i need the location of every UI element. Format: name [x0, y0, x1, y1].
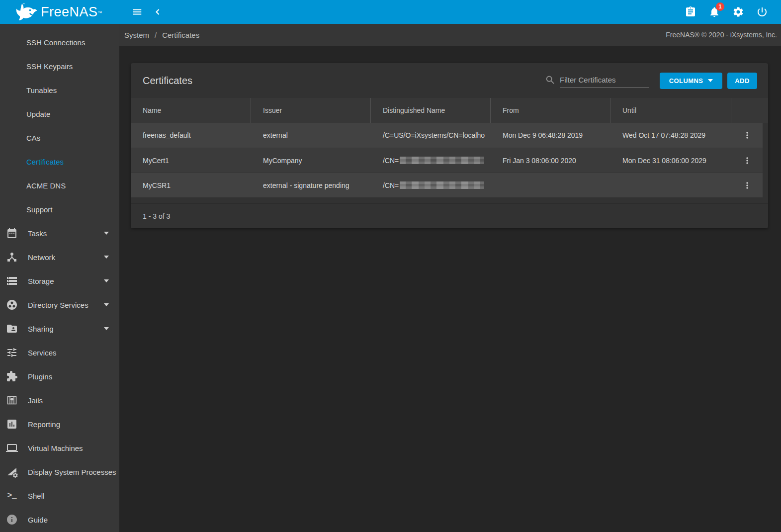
sidebar-item-label: Display System Processes — [28, 468, 119, 476]
column-header-until[interactable]: Until — [610, 98, 731, 123]
sidebar-item-label: SSH Keypairs — [26, 62, 73, 71]
storage-icon — [6, 275, 18, 287]
notification-count-badge: 1 — [716, 2, 724, 11]
sidebar-item-label: Directory Services — [28, 301, 104, 309]
column-header-distinguished-name[interactable]: Distinguished Name — [371, 98, 491, 123]
chevron-left-icon[interactable] — [152, 6, 164, 18]
sidebar-item-label: Support — [26, 205, 53, 214]
sidebar-item-label: Plugins — [28, 372, 119, 381]
sidebar-item-label: Shell — [28, 492, 119, 500]
sidebar-item-jails[interactable]: Jails — [0, 388, 119, 412]
sidebar-item-storage[interactable]: Storage — [0, 269, 119, 293]
sidebar-item-ssh-connections[interactable]: SSH Connections — [0, 30, 119, 54]
top-bar: FreeNAS ™ 1 — [0, 0, 781, 24]
cell-name: freenas_default — [131, 123, 251, 148]
dn-prefix: /CN= — [383, 157, 399, 165]
sidebar-item-tasks[interactable]: Tasks — [0, 221, 119, 245]
sidebar-item-certificates[interactable]: Certificates — [0, 150, 119, 174]
cell-actions — [731, 123, 763, 148]
sidebar-item-cas[interactable]: CAs — [0, 126, 119, 150]
chevron-down-icon — [104, 327, 109, 330]
sidebar-item-label: Virtual Machines — [28, 444, 119, 452]
sidebar-item-update[interactable]: Update — [0, 102, 119, 126]
table-body: freenas_default external /C=US/O=iXsyste… — [131, 123, 763, 197]
sidebar-item-services[interactable]: Services — [0, 341, 119, 364]
column-header-name[interactable]: Name — [131, 98, 251, 123]
chevron-down-icon — [104, 279, 109, 282]
cell-actions — [731, 173, 763, 197]
sidebar-item-label: Certificates — [26, 158, 64, 166]
table-row: MyCert1 MyCompany /CN= Fri Jan 3 08:06:0… — [131, 148, 763, 173]
sidebar-item-ssh-keypairs[interactable]: SSH Keypairs — [0, 54, 119, 78]
cell-from — [491, 173, 610, 197]
table-header-row: Name Issuer Distinguished Name From Unti… — [131, 98, 768, 123]
copyright-text: FreeNAS® © 2020 - iXsystems, Inc. — [666, 31, 777, 39]
sidebar-item-label: ACME DNS — [26, 181, 66, 190]
calendar-icon — [6, 227, 18, 239]
notifications-bell-icon[interactable]: 1 — [708, 6, 720, 18]
column-header-issuer[interactable]: Issuer — [251, 98, 371, 123]
add-button-label: ADD — [735, 77, 749, 85]
sidebar-item-plugins[interactable]: Plugins — [0, 364, 119, 388]
cell-issuer: MyCompany — [251, 148, 371, 173]
settings-gear-icon[interactable] — [732, 6, 744, 18]
dn-prefix: /CN= — [383, 181, 399, 189]
sidebar-item-directory-services[interactable]: Directory Services — [0, 293, 119, 317]
topbar-actions: 1 — [685, 6, 781, 18]
columns-button[interactable]: COLUMNS — [660, 73, 722, 89]
cell-issuer: external - signature pending — [251, 173, 371, 197]
chevron-down-icon — [708, 79, 713, 82]
cell-until: Wed Oct 17 07:48:28 2029 — [610, 123, 731, 148]
sidebar-item-virtual-machines[interactable]: Virtual Machines — [0, 436, 119, 460]
sidebar-item-acme-dns[interactable]: ACME DNS — [0, 174, 119, 197]
sidebar-item-reporting[interactable]: Reporting — [0, 412, 119, 436]
table-row: freenas_default external /C=US/O=iXsyste… — [131, 123, 763, 148]
cell-name: MyCSR1 — [131, 173, 251, 197]
column-header-actions — [731, 98, 768, 123]
sidebar-item-label: Storage — [28, 277, 104, 285]
card-header: Certificates COLUMNS ADD — [131, 63, 768, 98]
cell-name: MyCert1 — [131, 148, 251, 173]
sidebar-item-label: CAs — [26, 134, 40, 142]
task-manager-icon[interactable] — [685, 6, 696, 18]
sidebar-item-sharing[interactable]: Sharing — [0, 317, 119, 341]
sidebar-item-label: Update — [26, 110, 50, 118]
breadcrumb-system[interactable]: System — [124, 31, 149, 39]
sidebar-item-label: Network — [28, 253, 104, 262]
hub-icon — [6, 251, 18, 263]
sidebar-item-label: Sharing — [28, 325, 104, 333]
row-menu-kebab-icon[interactable] — [740, 178, 754, 192]
breadcrumb-separator: / — [155, 31, 157, 39]
processes-icon — [6, 466, 18, 478]
cell-distinguished-name: /C=US/O=iXsystems/CN=localho — [371, 123, 491, 148]
brand-trademark: ™ — [98, 10, 102, 15]
sidebar-item-display-system-processes[interactable]: Display System Processes — [0, 460, 119, 484]
puzzle-icon — [6, 370, 18, 382]
cell-from: Fri Jan 3 08:06:00 2020 — [491, 148, 610, 173]
row-menu-kebab-icon[interactable] — [740, 154, 754, 168]
cell-until: Mon Dec 31 08:06:00 2029 — [610, 148, 731, 173]
group-work-icon — [6, 299, 18, 311]
sidebar-item-network[interactable]: Network — [0, 245, 119, 269]
cell-issuer: external — [251, 123, 371, 148]
filter-group — [545, 74, 649, 88]
sidebar-item-guide[interactable]: Guide — [0, 508, 119, 532]
redacted-text-block — [400, 181, 484, 189]
sidebar-item-support[interactable]: Support — [0, 197, 119, 221]
menu-icon[interactable] — [131, 6, 143, 18]
sidebar-item-shell[interactable]: >_ Shell — [0, 484, 119, 508]
column-header-from[interactable]: From — [491, 98, 610, 123]
table-pagination: 1 - 3 of 3 — [131, 203, 768, 228]
search-icon — [545, 75, 556, 86]
row-menu-kebab-icon[interactable] — [740, 128, 754, 142]
filter-certificates-input[interactable] — [560, 74, 649, 88]
columns-button-label: COLUMNS — [669, 77, 703, 85]
cell-actions — [731, 148, 763, 173]
freenas-logo[interactable]: FreeNAS ™ — [0, 0, 119, 24]
tune-icon — [6, 347, 18, 358]
add-button[interactable]: ADD — [727, 73, 757, 89]
power-icon[interactable] — [756, 6, 768, 18]
cell-until — [610, 173, 731, 197]
sidebar-item-label: Services — [28, 349, 119, 357]
sidebar-item-tunables[interactable]: Tunables — [0, 78, 119, 102]
